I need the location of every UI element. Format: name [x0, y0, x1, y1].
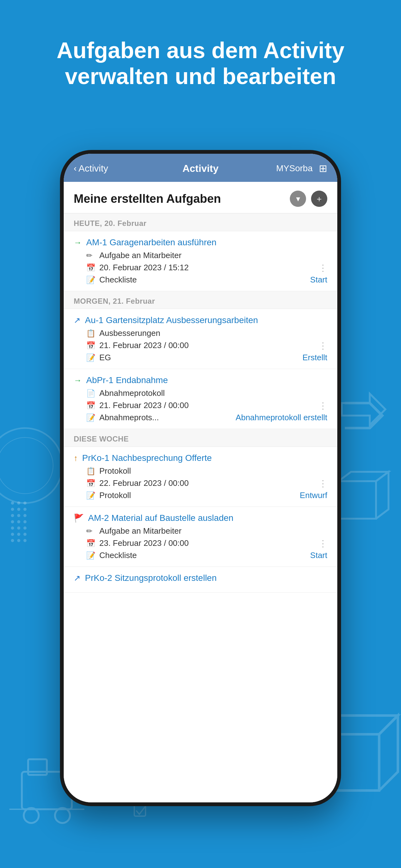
calendar-icon-am2: 📅 [86, 539, 96, 548]
pencil-icon-am2: ✏ [86, 527, 96, 535]
svg-rect-38 [134, 805, 145, 816]
task-status-au1[interactable]: Erstellt [303, 353, 327, 363]
task-date-am1: 20. Februar 2023 / 15:12 [99, 263, 327, 273]
more-options-am2[interactable]: ⋮ [316, 535, 330, 551]
task-item-am2: 🚩 AM-2 Material auf Baustelle ausladen ✏… [64, 507, 337, 567]
task-type-au1: Ausbesserungen [99, 329, 327, 338]
svg-point-7 [17, 514, 20, 517]
svg-point-11 [24, 520, 27, 523]
nav-mysorba-label[interactable]: MYSorba [276, 163, 312, 174]
task-title-au1[interactable]: Au-1 Gartensitzplatz Ausbesserungsarbeit… [85, 315, 327, 325]
task-title-am2[interactable]: AM-2 Material auf Baustelle ausladen [88, 513, 327, 523]
checklist-icon-abpr1: 📝 [86, 413, 96, 422]
task-arrow-am2: 🚩 [74, 514, 84, 523]
task-checklist-au1: EG [99, 353, 299, 363]
checklist-icon-prko1: 📝 [86, 491, 96, 500]
svg-point-0 [11, 501, 14, 505]
section-header-diese-woche: DIESE WOCHE [64, 429, 337, 447]
task-title-am1[interactable]: AM-1 Garagenarbeiten ausführen [86, 238, 327, 247]
svg-point-10 [17, 520, 20, 523]
svg-point-8 [24, 514, 27, 517]
svg-point-3 [11, 508, 14, 511]
svg-point-19 [17, 539, 20, 542]
svg-point-14 [24, 526, 27, 530]
task-details-au1: 📋 Ausbesserungen ⋮ 📅 21. Februar 2023 / … [86, 329, 327, 363]
checklist-icon-am1: 📝 [86, 276, 96, 284]
task-arrow-prko1: ↑ [74, 453, 78, 463]
svg-point-25 [0, 428, 63, 503]
task-title-prko2[interactable]: PrKo-2 Sitzungsprotokoll erstellen [85, 573, 327, 583]
task-type-am1: Aufgabe an Mitarbeiter [99, 251, 327, 260]
svg-marker-21 [342, 394, 386, 425]
task-type-am2: Aufgabe an Mitarbeiter [99, 526, 327, 536]
more-options-au1[interactable]: ⋮ [316, 338, 330, 353]
more-options-prko1[interactable]: ⋮ [316, 475, 330, 491]
task-details-am2: ✏ Aufgabe an Mitarbeiter ⋮ 📅 23. Februar… [86, 526, 327, 560]
task-item-am1: → AM-1 Garagenarbeiten ausführen ✏ Aufga… [64, 231, 337, 291]
calendar-icon-prko1: 📅 [86, 479, 96, 488]
svg-point-30 [55, 808, 70, 823]
svg-point-15 [11, 533, 14, 536]
svg-point-29 [24, 808, 39, 823]
checklist-icon-au1: 📝 [86, 353, 96, 362]
task-arrow-au1: ↗ [74, 316, 80, 325]
more-options-am1[interactable]: ⋮ [316, 260, 330, 275]
svg-point-20 [24, 539, 27, 542]
nav-back-label: Activity [78, 163, 108, 174]
task-title-abpr1[interactable]: AbPr-1 Endabnahme [86, 375, 327, 385]
task-checklist-am1: Checkliste [99, 275, 306, 285]
svg-rect-22 [338, 481, 376, 519]
task-type-prko1: Protokoll [99, 466, 327, 476]
task-checklist-abpr1: Abnahmeprots... [99, 413, 232, 423]
task-status-am1[interactable]: Start [310, 275, 327, 285]
calendar-icon-abpr1: 📅 [86, 401, 96, 410]
task-details-am1: ✏ Aufgabe an Mitarbeiter ⋮ 📅 20. Februar… [86, 251, 327, 285]
svg-point-12 [11, 526, 14, 530]
task-date-abpr1: 21. Februar 2023 / 00:00 [99, 401, 327, 410]
phone-frame: ‹ Activity Activity MYSorba ⊞ Meine erst… [60, 150, 341, 806]
svg-point-18 [11, 539, 14, 542]
nav-bar: ‹ Activity Activity MYSorba ⊞ [64, 154, 337, 182]
section-header-morgen: MORGEN, 21. Februar [64, 291, 337, 309]
task-item-au1: ↗ Au-1 Gartensitzplatz Ausbesserungsarbe… [64, 309, 337, 369]
doc-icon-abpr1: 📄 [86, 389, 96, 398]
content-area: Meine erstellten Aufgaben ▾ ＋ HEUTE, 20.… [64, 182, 337, 802]
task-arrow-prko2: ↗ [74, 574, 80, 583]
dropdown-button[interactable]: ▾ [290, 191, 306, 207]
svg-point-2 [24, 501, 27, 505]
add-button[interactable]: ＋ [311, 191, 327, 207]
task-title-prko1[interactable]: PrKo-1 Nachbesprechung Offerte [82, 453, 327, 463]
pencil-icon: ✏ [86, 251, 96, 260]
svg-rect-28 [28, 759, 47, 775]
page-title: Meine erstellten Aufgaben [74, 192, 285, 206]
task-date-au1: 21. Februar 2023 / 00:00 [99, 341, 327, 350]
nav-title: Activity [130, 163, 271, 174]
task-date-am2: 23. Februar 2023 / 00:00 [99, 538, 327, 548]
clipboard-icon-prko1: 📋 [86, 467, 96, 475]
task-item-abpr1: → AbPr-1 Endabnahme 📄 Abnahmeprotokoll ⋮… [64, 369, 337, 429]
svg-point-9 [11, 520, 14, 523]
checklist-icon-am2: 📝 [86, 551, 96, 560]
task-status-am2[interactable]: Start [310, 551, 327, 560]
calendar-icon-au1: 📅 [86, 341, 96, 350]
svg-point-1 [17, 501, 20, 505]
task-checklist-am2: Checkliste [99, 551, 306, 560]
svg-point-6 [11, 514, 14, 517]
svg-point-4 [17, 508, 20, 511]
more-options-abpr1[interactable]: ⋮ [316, 398, 330, 413]
task-status-prko1[interactable]: Entwurf [300, 491, 327, 500]
svg-point-16 [17, 533, 20, 536]
task-arrow-am1: → [74, 238, 82, 247]
nav-back-button[interactable]: ‹ Activity [74, 163, 130, 174]
task-arrow-abpr1: → [74, 376, 82, 385]
svg-point-13 [17, 526, 20, 530]
grid-icon[interactable]: ⊞ [319, 162, 327, 174]
page-header: Meine erstellten Aufgaben ▾ ＋ [64, 182, 337, 213]
task-date-prko1: 22. Februar 2023 / 00:00 [99, 478, 327, 488]
svg-point-26 [0, 437, 53, 494]
svg-point-17 [24, 533, 27, 536]
task-status-abpr1[interactable]: Abnahmeprotokoll erstellt [236, 413, 327, 423]
task-details-prko1: 📋 Protokoll ⋮ 📅 22. Februar 2023 / 00:00… [86, 466, 327, 500]
task-checklist-prko1: Protokoll [99, 491, 296, 500]
clipboard-icon-au1: 📋 [86, 329, 96, 338]
